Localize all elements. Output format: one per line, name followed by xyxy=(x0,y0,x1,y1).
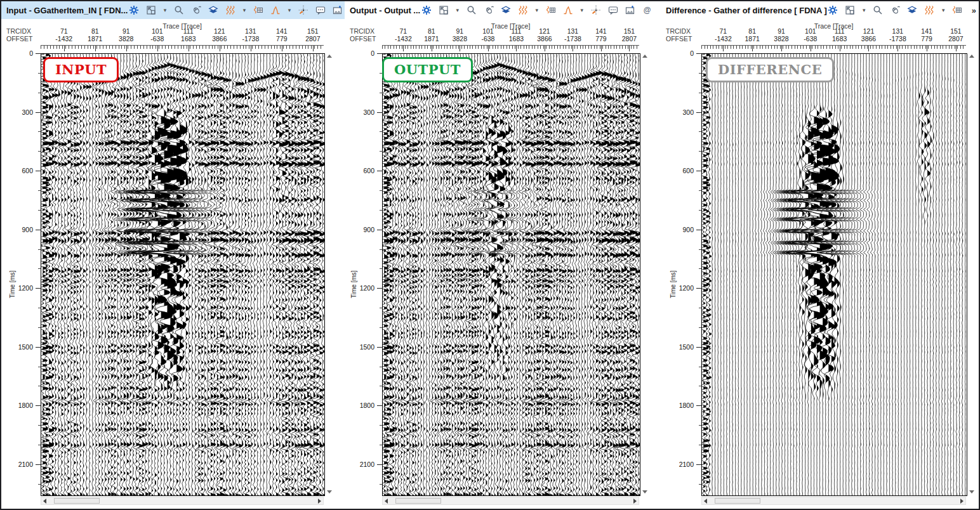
vertical-scrollbar[interactable] xyxy=(641,53,649,495)
crosshair-pick-icon[interactable] xyxy=(297,4,309,16)
horizontal-scrollbar[interactable] xyxy=(382,497,639,505)
seismic-display-canvas[interactable] xyxy=(701,53,967,496)
expand-view-icon[interactable] xyxy=(844,4,856,16)
scroll-up-arrow-icon[interactable] xyxy=(642,55,647,58)
scroll-left-arrow-icon[interactable] xyxy=(704,499,707,504)
scroll-up-arrow-icon[interactable] xyxy=(327,55,332,58)
dropdown-caret-icon[interactable]: ▾ xyxy=(579,7,585,13)
scroll-left-arrow-icon[interactable] xyxy=(385,499,388,504)
dropdown-caret-icon[interactable]: ▾ xyxy=(241,7,247,13)
panel-title: Input - GGatherItem_IN [ FDN... xyxy=(5,6,128,15)
histogram-icon[interactable] xyxy=(562,4,574,16)
input-titlebar: Input - GGatherItem_IN [ FDN...▾▾▾» xyxy=(1,1,345,19)
mouse-icon[interactable] xyxy=(190,4,202,16)
time-axis-major-tick xyxy=(696,112,701,113)
scroll-right-arrow-icon[interactable] xyxy=(318,499,321,504)
offset-value: 2807 xyxy=(948,35,963,43)
time-tick-label: 2100 xyxy=(661,461,694,468)
trcidx-value: 141 xyxy=(921,27,932,35)
scroll-up-arrow-icon[interactable] xyxy=(969,55,974,58)
crosshair-pick-icon[interactable] xyxy=(590,4,602,16)
time-axis-major-tick xyxy=(377,405,382,406)
time-axis-major-tick xyxy=(696,347,701,348)
scroll-down-arrow-icon[interactable] xyxy=(327,490,332,494)
dropdown-caret-icon[interactable]: ▾ xyxy=(941,7,946,13)
magnifier-icon[interactable] xyxy=(173,4,185,16)
gear-icon[interactable] xyxy=(420,4,432,16)
expand-view-icon[interactable] xyxy=(437,4,449,16)
time-tick-label: 600 xyxy=(345,167,374,174)
time-tick-label: 1800 xyxy=(1,402,33,409)
trcidx-row-label: TRCIDX xyxy=(350,27,374,35)
seismic-display-canvas[interactable] xyxy=(41,53,325,496)
offset-value: 3866 xyxy=(861,35,876,43)
offset-value: -1738 xyxy=(564,35,581,43)
panel-title: Output - Output ... xyxy=(348,6,420,15)
horizontal-scrollbar[interactable] xyxy=(41,497,324,505)
wiggle-display-icon[interactable] xyxy=(924,4,936,16)
time-tick-label: 1500 xyxy=(661,343,694,351)
wiggle-display-icon[interactable] xyxy=(517,4,529,16)
at-glyph: @ xyxy=(644,6,651,15)
vertical-scrollbar[interactable] xyxy=(968,53,976,495)
dropdown-caret-icon[interactable]: ▾ xyxy=(534,7,540,13)
vertical-scrollbar[interactable] xyxy=(326,53,334,495)
offset-value: 1683 xyxy=(181,35,195,43)
time-axis-major-tick xyxy=(696,288,701,289)
time-tick-label: 2100 xyxy=(345,461,374,468)
export-image-icon[interactable] xyxy=(624,4,636,16)
offset-value: 1871 xyxy=(745,35,760,43)
wiggle-table-icon[interactable] xyxy=(545,4,557,16)
horizontal-scroll-thumb[interactable] xyxy=(715,498,760,504)
layers-icon[interactable] xyxy=(207,4,219,16)
scroll-down-arrow-icon[interactable] xyxy=(642,490,647,494)
trcidx-value: 71 xyxy=(60,27,68,35)
offset-value: 1683 xyxy=(832,35,847,43)
time-axis-major-tick xyxy=(36,347,41,348)
trace-ruler-major-tick xyxy=(460,46,460,51)
trace-ruler xyxy=(41,45,324,51)
layers-icon[interactable] xyxy=(500,4,512,16)
offset-value: -638 xyxy=(150,35,164,43)
time-axis-major-tick xyxy=(36,112,41,113)
horizontal-scroll-thumb[interactable] xyxy=(395,498,441,504)
offset-value: -1738 xyxy=(889,35,906,43)
dropdown-caret-icon[interactable]: ▾ xyxy=(454,7,460,13)
mouse-icon[interactable] xyxy=(889,4,901,16)
scroll-right-arrow-icon[interactable] xyxy=(960,499,963,504)
magnifier-icon[interactable] xyxy=(872,4,884,16)
expand-view-icon[interactable] xyxy=(145,4,157,16)
histogram-icon[interactable] xyxy=(269,4,281,16)
gear-icon[interactable] xyxy=(827,4,839,16)
offset-value: -1432 xyxy=(55,35,72,43)
seismic-display-canvas[interactable] xyxy=(382,53,640,496)
trcidx-value: 141 xyxy=(595,27,607,35)
scroll-right-arrow-icon[interactable] xyxy=(633,499,637,504)
dropdown-caret-icon[interactable]: ▾ xyxy=(162,7,168,13)
mouse-icon[interactable] xyxy=(482,4,494,16)
dropdown-caret-icon[interactable]: ▾ xyxy=(861,7,867,13)
export-image-icon[interactable] xyxy=(331,4,343,16)
trcidx-value: 131 xyxy=(245,27,256,35)
wiggle-table-icon[interactable] xyxy=(951,4,963,16)
horizontal-scrollbar[interactable] xyxy=(701,497,966,505)
comment-icon[interactable] xyxy=(314,4,326,16)
at-annotation-icon[interactable]: @ xyxy=(641,4,653,16)
layers-icon[interactable] xyxy=(906,4,918,16)
horizontal-scroll-thumb[interactable] xyxy=(54,498,100,504)
trcidx-value: 71 xyxy=(720,27,727,35)
wiggle-display-icon[interactable] xyxy=(224,4,236,16)
scroll-down-arrow-icon[interactable] xyxy=(969,490,974,494)
dropdown-caret-icon[interactable]: ▾ xyxy=(286,7,292,13)
offset-value: 3866 xyxy=(537,35,552,43)
trace-ruler-major-tick xyxy=(64,46,65,51)
wiggle-table-icon[interactable] xyxy=(252,4,264,16)
offset-value: 3866 xyxy=(212,35,227,43)
toolbar-overflow-button[interactable]: » xyxy=(970,6,978,15)
gear-icon[interactable] xyxy=(128,4,140,16)
comment-icon[interactable] xyxy=(607,4,619,16)
offset-value: -638 xyxy=(481,35,494,43)
panel-input: Input - GGatherItem_IN [ FDN...▾▾▾»Trace… xyxy=(1,1,345,509)
magnifier-icon[interactable] xyxy=(465,4,477,16)
scroll-left-arrow-icon[interactable] xyxy=(43,499,46,504)
